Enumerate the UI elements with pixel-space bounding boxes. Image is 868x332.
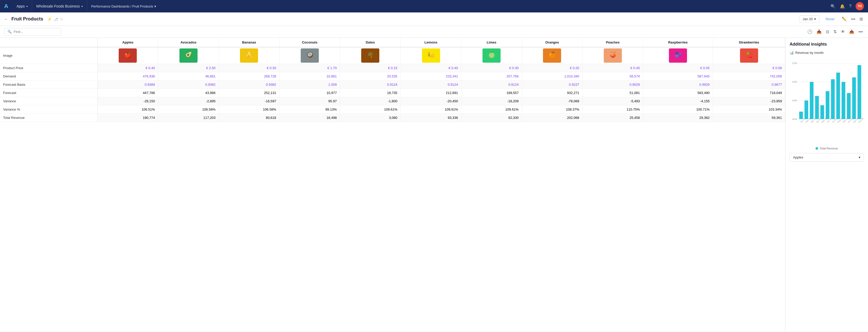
svg-text:🍎: 🍎 xyxy=(124,51,132,58)
nav-right: 🔍 🔔 ? TH xyxy=(826,0,868,12)
more-options-icon[interactable]: ••• xyxy=(850,16,856,23)
table-cell: 1,010,340 xyxy=(522,72,582,81)
overflow-icon[interactable]: ••• xyxy=(858,28,864,35)
avatar[interactable]: TH xyxy=(856,2,864,10)
edit-icon[interactable]: ✏️ xyxy=(841,16,848,23)
history-icon[interactable]: 🕐 xyxy=(806,28,813,35)
svg-text:🌴: 🌴 xyxy=(367,51,374,58)
table-row: Image 🍎 🥑 🍌 🥥 🌴 🍋 xyxy=(0,47,785,64)
table-cell: -18,209 xyxy=(461,97,522,105)
col-header-raspberries: Raspberries xyxy=(643,38,713,47)
table-row: Variance %106.51%106.58%106.58%99.13%109… xyxy=(0,105,785,114)
table-cell: 108.37% xyxy=(522,105,582,114)
table-cell: € 0.40 xyxy=(401,64,461,72)
date-filter-button[interactable]: Jan 20 ▾ xyxy=(799,15,819,23)
share-icon[interactable]: ⎇ xyxy=(54,17,58,21)
import-icon[interactable]: 📥 xyxy=(815,28,823,35)
table-cell: 20,535 xyxy=(340,72,401,81)
star-icon[interactable]: ☆ xyxy=(60,17,63,21)
export-icon[interactable]: 📤 xyxy=(848,28,855,35)
search-box: 🔍 xyxy=(4,28,61,35)
table-cell: 43,986 xyxy=(158,89,219,97)
svg-rect-35 xyxy=(826,91,829,119)
svg-text:🍈: 🍈 xyxy=(488,51,495,58)
table-cell: 212,891 xyxy=(401,89,461,97)
row-label: Demand xyxy=(0,72,97,81)
search-input[interactable] xyxy=(14,30,55,34)
table-cell: 0.9677 xyxy=(713,81,785,89)
table-cell: -1,800 xyxy=(340,97,401,105)
table-cell: 10,977 xyxy=(279,89,340,97)
nav-business[interactable]: Wholesale Foods Business ▾ xyxy=(32,0,87,12)
bar-chart: 220k 200k 180k 160k xyxy=(789,58,864,146)
row-label: Total Revenue xyxy=(0,114,97,122)
svg-rect-36 xyxy=(831,79,835,119)
table-cell: 109.61% xyxy=(401,105,461,114)
table-cell: 117,203 xyxy=(158,114,219,122)
svg-text:🥑: 🥑 xyxy=(185,51,192,58)
table-cell: -78,069 xyxy=(522,97,582,105)
table-cell: 0.9389 xyxy=(97,81,158,89)
svg-text:🥥: 🥥 xyxy=(306,51,313,58)
table-cell: 190,774 xyxy=(97,114,158,122)
notification-icon[interactable]: 🔔 xyxy=(840,4,845,9)
col-header-peaches: Peaches xyxy=(583,38,643,47)
table-cell: 🍊 xyxy=(522,47,582,64)
table-cell: 106.58% xyxy=(158,105,219,114)
svg-text:🫐: 🫐 xyxy=(674,51,682,58)
table-cell: 🍋 xyxy=(401,47,461,64)
svg-text:🍓: 🍓 xyxy=(745,51,753,58)
bolt-icon[interactable]: ⚡ xyxy=(47,17,52,21)
search-icon[interactable]: 🔍 xyxy=(831,4,836,9)
reset-button[interactable]: Reset xyxy=(822,16,839,23)
logo[interactable]: A xyxy=(0,0,12,12)
subheader: ← Fruit Products ⚡ ⎇ ☆ Jan 20 ▾ Reset ✏️… xyxy=(0,12,868,26)
breadcrumb-chevron-icon: ▾ xyxy=(154,4,156,8)
table-cell: 447,786 xyxy=(97,89,158,97)
table-row: Variance-29,150-2,895-16,59795.97-1,800-… xyxy=(0,97,785,105)
table-cell: 18,735 xyxy=(340,89,401,97)
svg-rect-38 xyxy=(842,82,845,119)
table-cell: 110.75% xyxy=(583,105,643,114)
table-cell: 106.58% xyxy=(219,105,279,114)
table-cell: € 0.40 xyxy=(97,64,158,72)
table-cell: € 0.08 xyxy=(713,64,785,72)
eye-icon[interactable]: 👁 xyxy=(840,28,846,35)
table-cell: 252,131 xyxy=(219,89,279,97)
table-cell: 62,330 xyxy=(461,114,522,122)
date-chevron-icon: ▾ xyxy=(814,17,816,21)
svg-rect-33 xyxy=(815,96,818,119)
table-row: Total Revenue190,774117,20380,61818,4983… xyxy=(0,114,785,122)
svg-rect-34 xyxy=(820,105,824,119)
table-cell: -5,493 xyxy=(583,97,643,105)
table-cell: 189,557 xyxy=(461,89,522,97)
table-cell: 207,766 xyxy=(461,72,522,81)
table-cell: € 1.70 xyxy=(279,64,340,72)
table-cell: 587,645 xyxy=(643,72,713,81)
table-cell: 29,382 xyxy=(643,114,713,122)
chart-svg: 220k 200k 180k 160k xyxy=(789,58,864,146)
main-layout: Apples Avocados Bananas Coconuts Dates L… xyxy=(0,38,868,331)
table-cell: 0.9124 xyxy=(340,81,401,89)
table-cell: 0.9929 xyxy=(643,81,713,89)
table-row: Forecast447,78643,986252,13110,97718,735… xyxy=(0,89,785,97)
table-cell: 59,361 xyxy=(713,114,785,122)
table-cell: 268,728 xyxy=(219,72,279,81)
svg-rect-37 xyxy=(836,73,840,119)
table-cell: 106.51% xyxy=(97,105,158,114)
table-cell: 0.9124 xyxy=(461,81,522,89)
col-header-lemons: Lemons xyxy=(401,38,461,47)
date-label: Jan 20 xyxy=(803,17,813,21)
filter-icon[interactable]: ⊟ xyxy=(825,28,830,35)
collapse-icon[interactable]: ⊞ xyxy=(859,16,864,23)
nav-apps[interactable]: Apps ▾ xyxy=(12,0,32,12)
sort-icon[interactable]: ⇅ xyxy=(832,28,838,35)
table-cell: 99.13% xyxy=(279,105,340,114)
table-cell: 80,618 xyxy=(219,114,279,122)
table-cell: 🌴 xyxy=(340,47,401,64)
help-icon[interactable]: ? xyxy=(849,4,851,8)
svg-text:160k: 160k xyxy=(792,118,797,120)
table-cell: € 0.15 xyxy=(340,64,401,72)
back-button[interactable]: ← xyxy=(4,17,8,22)
apples-selector[interactable]: Apples ▾ xyxy=(789,153,864,162)
